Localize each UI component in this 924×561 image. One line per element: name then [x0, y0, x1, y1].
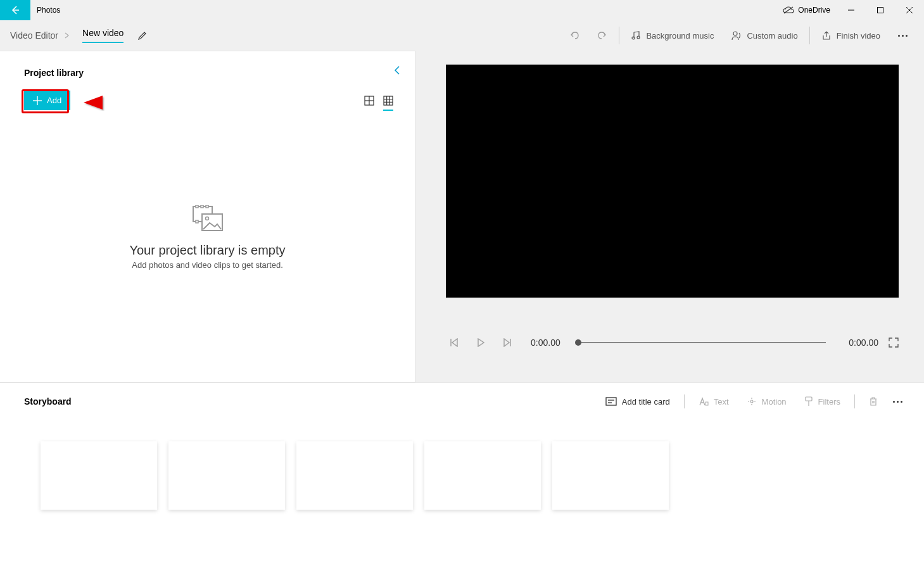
expand-icon — [889, 337, 899, 348]
separator — [684, 394, 685, 408]
fullscreen-button[interactable] — [889, 337, 899, 348]
title-card-icon — [605, 397, 617, 406]
back-button[interactable] — [0, 0, 30, 20]
svg-rect-35 — [806, 397, 812, 401]
player-controls: 0:00.00 0:00.00 — [446, 334, 899, 351]
add-button[interactable]: Add — [24, 91, 70, 110]
add-title-card-label: Add title card — [622, 397, 670, 407]
undo-button[interactable] — [560, 23, 588, 48]
project-library-panel: Project library Add — [0, 51, 415, 382]
small-grid-view-button[interactable] — [383, 96, 393, 111]
background-music-button[interactable]: Background music — [622, 23, 723, 48]
clip-slot[interactable] — [296, 441, 413, 510]
onedrive-button[interactable]: OneDrive — [783, 6, 830, 15]
custom-audio-button[interactable]: Custom audio — [723, 23, 806, 48]
app-title: Photos — [37, 6, 60, 15]
svg-rect-16 — [384, 96, 393, 105]
preview-panel: 0:00.00 0:00.00 — [415, 51, 924, 382]
collapse-library-button[interactable] — [393, 65, 401, 75]
storyboard-clips — [41, 441, 909, 510]
svg-point-8 — [733, 32, 737, 35]
pencil-icon — [137, 30, 148, 41]
svg-point-6 — [637, 36, 640, 39]
finish-label: Finish video — [837, 31, 880, 41]
timeline-knob[interactable] — [575, 339, 581, 346]
step-forward-icon — [503, 338, 512, 347]
motion-icon — [747, 396, 757, 407]
minimize-button[interactable] — [837, 0, 866, 20]
large-grid-view-button[interactable] — [364, 96, 374, 111]
filters-label: Filters — [818, 397, 840, 407]
add-title-card-button[interactable]: Add title card — [597, 397, 679, 407]
svg-rect-23 — [201, 205, 203, 208]
svg-point-34 — [750, 400, 753, 403]
grid-small-icon — [383, 96, 393, 106]
media-placeholder-icon — [192, 205, 224, 233]
video-preview-canvas[interactable] — [446, 65, 899, 298]
export-icon — [821, 30, 832, 41]
maximize-button[interactable] — [866, 0, 895, 20]
close-button[interactable] — [895, 0, 924, 20]
rename-button[interactable] — [134, 27, 151, 44]
storyboard-more-button[interactable] — [887, 401, 909, 403]
redo-button[interactable] — [588, 23, 616, 48]
prev-frame-button[interactable] — [446, 334, 462, 351]
step-back-icon — [450, 338, 459, 347]
empty-subtitle: Add photos and video clips to get starte… — [15, 260, 400, 270]
clip-slot[interactable] — [41, 441, 157, 510]
breadcrumb-current[interactable]: New video — [82, 28, 123, 43]
separator — [854, 394, 855, 408]
finish-video-button[interactable]: Finish video — [813, 23, 889, 48]
next-frame-button[interactable] — [499, 334, 516, 351]
view-toggle — [364, 96, 393, 111]
onedrive-label: OneDrive — [798, 6, 830, 15]
delete-clip-button[interactable] — [860, 396, 887, 407]
toolbar: Video Editor New video Background music … — [0, 20, 924, 51]
project-library-title: Project library — [24, 68, 391, 78]
annotation-arrow — [82, 94, 177, 111]
time-current: 0:00.00 — [531, 337, 560, 348]
motion-label: Motion — [762, 397, 787, 407]
bg-music-label: Background music — [646, 31, 714, 41]
redo-icon — [597, 30, 607, 41]
play-button[interactable] — [472, 334, 489, 351]
custom-audio-label: Custom audio — [747, 31, 797, 41]
grid-large-icon — [364, 96, 374, 106]
clip-slot[interactable] — [168, 441, 285, 510]
separator — [809, 27, 810, 44]
text-icon — [699, 397, 709, 406]
time-total: 0:00.00 — [849, 337, 878, 348]
svg-rect-2 — [878, 8, 883, 13]
motion-button[interactable]: Motion — [738, 396, 795, 407]
text-button[interactable]: Text — [690, 397, 738, 407]
storyboard-panel: Storyboard Add title card Text Motion Fi… — [0, 382, 924, 561]
empty-library-state: Your project library is empty Add photos… — [15, 205, 400, 270]
svg-marker-12 — [84, 96, 103, 110]
storyboard-header: Storyboard Add title card Text Motion Fi… — [15, 394, 909, 408]
clip-slot[interactable] — [424, 441, 541, 510]
filters-icon — [804, 396, 813, 407]
add-label: Add — [47, 96, 61, 105]
storyboard-title: Storyboard — [24, 396, 72, 407]
svg-rect-24 — [206, 205, 208, 208]
svg-rect-30 — [606, 398, 616, 405]
filters-button[interactable]: Filters — [795, 396, 849, 407]
person-audio-icon — [731, 30, 742, 41]
main-area: Project library Add — [0, 51, 924, 382]
more-button[interactable] — [889, 35, 916, 37]
chevron-left-icon — [393, 65, 401, 75]
clip-slot[interactable] — [552, 441, 669, 510]
breadcrumb-root[interactable]: Video Editor — [8, 30, 61, 41]
cloud-off-icon — [783, 6, 794, 14]
empty-title: Your project library is empty — [15, 243, 400, 258]
svg-rect-33 — [706, 402, 708, 405]
chevron-right-icon — [65, 32, 70, 39]
plus-icon — [33, 96, 42, 105]
titlebar: Photos OneDrive — [0, 0, 924, 20]
trash-icon — [869, 396, 878, 407]
music-icon — [631, 30, 641, 41]
text-label: Text — [714, 397, 729, 407]
timeline-scrubber[interactable] — [578, 342, 826, 343]
svg-rect-22 — [196, 205, 198, 208]
play-icon — [476, 338, 485, 347]
